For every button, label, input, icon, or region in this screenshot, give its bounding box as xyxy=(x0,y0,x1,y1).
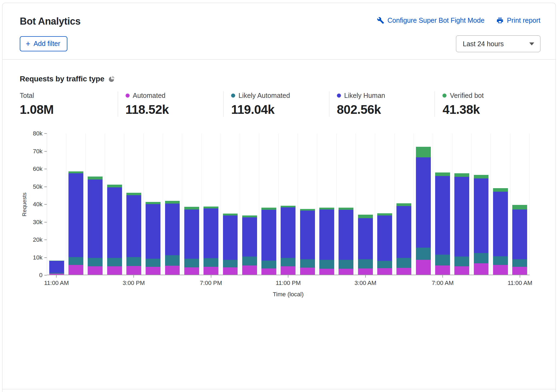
bar-segment-likely-automated[interactable] xyxy=(474,253,489,263)
bar-segment-automated[interactable] xyxy=(474,263,489,275)
stacked-bar[interactable] xyxy=(68,134,83,275)
bar-segment-automated[interactable] xyxy=(88,266,103,275)
stacked-bar[interactable] xyxy=(88,134,103,275)
bar-segment-likely-automated[interactable] xyxy=(281,258,296,266)
add-filter-button[interactable]: + Add filter xyxy=(20,36,67,51)
bar-segment-likely-automated[interactable] xyxy=(126,257,141,266)
bar-segment-likely-automated[interactable] xyxy=(512,259,527,267)
bar-segment-verified-bot[interactable] xyxy=(146,202,160,204)
stacked-bar[interactable] xyxy=(281,134,296,275)
bar-segment-likely-automated[interactable] xyxy=(223,260,238,267)
bar-segment-likely-automated[interactable] xyxy=(107,258,122,266)
bar-segment-likely-human[interactable] xyxy=(68,173,83,257)
stat-automated[interactable]: Automated 118.52k xyxy=(118,91,224,117)
bar-segment-verified-bot[interactable] xyxy=(339,208,353,210)
bar-segment-automated[interactable] xyxy=(339,269,353,275)
bar-segment-automated[interactable] xyxy=(49,274,64,275)
bar-segment-automated[interactable] xyxy=(281,266,296,275)
bar-segment-likely-human[interactable] xyxy=(126,195,141,257)
bar-segment-likely-automated[interactable] xyxy=(493,256,508,265)
bar-segment-verified-bot[interactable] xyxy=(203,207,218,209)
stacked-bar[interactable] xyxy=(107,134,122,275)
stat-total[interactable]: Total 1.08M xyxy=(20,91,118,117)
bar-segment-automated[interactable] xyxy=(435,265,450,275)
bar-segment-likely-human[interactable] xyxy=(107,187,122,258)
time-range-select[interactable]: Last 24 hours xyxy=(456,35,540,52)
bar-segment-likely-human[interactable] xyxy=(300,211,315,259)
bar-segment-likely-human[interactable] xyxy=(396,206,411,258)
bar-segment-verified-bot[interactable] xyxy=(377,213,392,215)
bar-segment-likely-automated[interactable] xyxy=(242,257,257,265)
bar-segment-likely-human[interactable] xyxy=(454,177,469,257)
bar-segment-verified-bot[interactable] xyxy=(88,177,103,179)
stacked-bar[interactable] xyxy=(358,134,373,275)
stacked-bar[interactable] xyxy=(474,134,489,275)
bar-segment-automated[interactable] xyxy=(261,268,276,275)
bar-segment-likely-automated[interactable] xyxy=(377,261,392,268)
bar-segment-verified-bot[interactable] xyxy=(474,175,489,178)
bar-segment-likely-automated[interactable] xyxy=(435,255,450,265)
bar-segment-likely-human[interactable] xyxy=(435,176,450,255)
bar-segment-likely-human[interactable] xyxy=(512,210,527,260)
bar-segment-automated[interactable] xyxy=(126,266,141,275)
stacked-bar[interactable] xyxy=(512,134,527,275)
stacked-bar[interactable] xyxy=(396,134,411,275)
stacked-bar[interactable] xyxy=(261,134,276,275)
bar-segment-verified-bot[interactable] xyxy=(454,173,469,177)
bar-segment-verified-bot[interactable] xyxy=(493,188,508,192)
bar-segment-automated[interactable] xyxy=(493,265,508,275)
bar-segment-likely-human[interactable] xyxy=(261,210,276,261)
bar-segment-likely-human[interactable] xyxy=(88,180,103,258)
bar-segment-automated[interactable] xyxy=(184,267,199,275)
bar-segment-verified-bot[interactable] xyxy=(126,193,141,195)
bar-segment-likely-automated[interactable] xyxy=(184,259,199,267)
stacked-bar[interactable] xyxy=(165,134,180,275)
stacked-bar[interactable] xyxy=(416,134,431,275)
bar-segment-verified-bot[interactable] xyxy=(512,205,527,209)
bar-segment-likely-human[interactable] xyxy=(493,192,508,256)
bar-segment-likely-automated[interactable] xyxy=(261,261,276,268)
print-report-link[interactable]: Print report xyxy=(496,16,540,24)
bar-segment-verified-bot[interactable] xyxy=(435,172,450,176)
bar-segment-likely-automated[interactable] xyxy=(165,255,180,266)
bar-segment-likely-automated[interactable] xyxy=(358,259,373,268)
stat-likely-automated[interactable]: Likely Automated 119.04k xyxy=(223,91,329,117)
bar-segment-automated[interactable] xyxy=(358,268,373,275)
bar-segment-automated[interactable] xyxy=(223,267,238,275)
bar-segment-likely-automated[interactable] xyxy=(68,257,83,265)
bar-segment-automated[interactable] xyxy=(68,265,83,275)
bar-segment-verified-bot[interactable] xyxy=(358,215,373,218)
stacked-bar[interactable] xyxy=(184,134,199,275)
stacked-bar[interactable] xyxy=(203,134,218,275)
bar-segment-likely-automated[interactable] xyxy=(416,248,431,260)
bar-segment-likely-human[interactable] xyxy=(319,210,334,260)
bar-segment-automated[interactable] xyxy=(165,266,180,275)
bar-segment-automated[interactable] xyxy=(396,268,411,275)
stat-verified-bot[interactable]: Verified bot 41.38k xyxy=(435,91,540,117)
bar-segment-likely-automated[interactable] xyxy=(319,260,334,269)
bar-segment-likely-automated[interactable] xyxy=(146,259,160,267)
bar-segment-verified-bot[interactable] xyxy=(165,201,180,204)
bar-segment-likely-human[interactable] xyxy=(377,215,392,261)
bar-segment-likely-human[interactable] xyxy=(223,215,238,260)
bar-segment-verified-bot[interactable] xyxy=(184,207,199,209)
bar-segment-likely-automated[interactable] xyxy=(300,259,315,268)
stacked-bar[interactable] xyxy=(146,134,160,275)
bar-segment-likely-human[interactable] xyxy=(49,261,64,273)
bar-segment-automated[interactable] xyxy=(416,260,431,275)
stacked-bar[interactable] xyxy=(319,134,334,275)
bar-segment-likely-automated[interactable] xyxy=(339,260,353,269)
bar-segment-likely-human[interactable] xyxy=(165,204,180,255)
stacked-bar[interactable] xyxy=(300,134,315,275)
stat-likely-human[interactable]: Likely Human 802.56k xyxy=(329,91,435,117)
stacked-bar[interactable] xyxy=(339,134,353,275)
bar-segment-likely-human[interactable] xyxy=(339,210,353,260)
bar-segment-automated[interactable] xyxy=(107,266,122,275)
stacked-bar[interactable] xyxy=(126,134,141,275)
bar-segment-likely-human[interactable] xyxy=(281,207,296,258)
bar-segment-likely-human[interactable] xyxy=(146,204,160,259)
bar-segment-verified-bot[interactable] xyxy=(107,185,122,187)
bar-segment-automated[interactable] xyxy=(319,269,334,275)
bar-segment-likely-human[interactable] xyxy=(242,217,257,257)
bar-segment-automated[interactable] xyxy=(203,267,218,275)
